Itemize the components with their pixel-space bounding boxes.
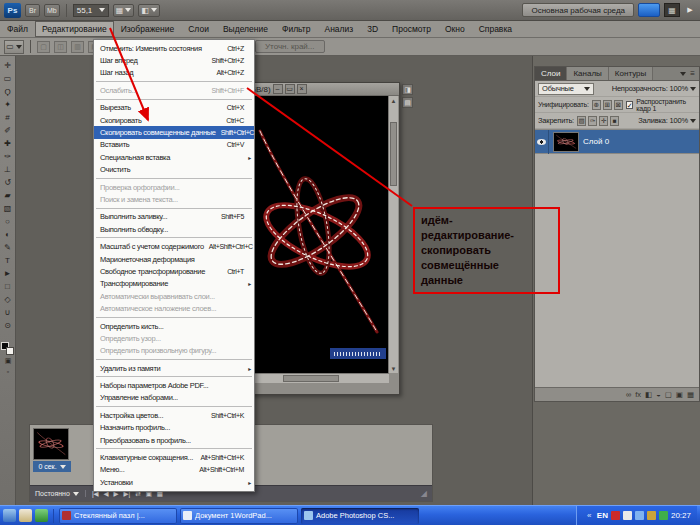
dodge-tool[interactable]: ◐ — [1, 228, 15, 241]
edit-menu-item[interactable]: Шаг вперед Shift+Ctrl+Z — [94, 54, 254, 66]
lock-pixels-icon[interactable]: ✑ — [588, 116, 597, 126]
quick-launch-icon[interactable] — [35, 509, 48, 522]
blend-mode-select[interactable]: Обычные — [538, 83, 594, 95]
edit-menu-item[interactable]: Определить узор... — [94, 332, 254, 344]
panel-tab[interactable]: Слои — [535, 67, 567, 80]
edit-menu-item[interactable]: Ослабить... Shift+Ctrl+F — [94, 84, 254, 96]
chevron-down-icon[interactable] — [690, 87, 696, 91]
edit-menu-item[interactable]: Наборы параметров Adobe PDF... — [94, 379, 254, 391]
quick-mask-button[interactable]: ▣ — [1, 355, 15, 366]
taskbar-task-button[interactable]: Документ 1WordPad... — [180, 508, 298, 524]
panel-grid-icon[interactable]: ▦ — [664, 3, 680, 17]
panel-menu-icon[interactable]: ≡ — [690, 69, 695, 78]
new-layer-icon[interactable]: ▣ — [676, 390, 683, 399]
screen-mode-cycle-button[interactable]: ▫ — [1, 366, 15, 377]
animation-frame[interactable]: 0 сек. — [33, 428, 71, 482]
horizontal-scrollbar[interactable] — [245, 373, 389, 383]
edit-menu-item[interactable]: Определить произвольную фигуру... — [94, 345, 254, 357]
edit-menu-item[interactable]: Выполнить обводку... — [94, 223, 254, 235]
edit-menu-item[interactable]: Скопировать Ctrl+C — [94, 114, 254, 126]
edit-menu-item[interactable] — [96, 448, 252, 449]
layer-mask-icon[interactable]: ◧ — [645, 390, 652, 399]
menubar-item[interactable]: Просмотр — [385, 21, 438, 37]
healing-brush-tool[interactable]: ✚ — [1, 137, 15, 150]
selection-mode-icon[interactable]: ▢ — [37, 41, 50, 53]
edit-menu-item[interactable]: Установки — [94, 476, 254, 488]
layer-thumbnail[interactable] — [553, 132, 579, 152]
blur-tool[interactable]: ○ — [1, 215, 15, 228]
edit-menu-item[interactable]: Настройка цветов... Shift+Ctrl+K — [94, 409, 254, 421]
quick-launch-icon[interactable] — [19, 509, 32, 522]
edit-menu-item[interactable]: Скопировать совмещенные данные Shift+Ctr… — [94, 126, 254, 138]
menubar-item[interactable]: Выделение — [216, 21, 275, 37]
add-selection-icon[interactable]: ◫ — [54, 41, 67, 53]
layer-row-selected[interactable]: Слой 0 — [535, 130, 699, 154]
edit-menu-item[interactable] — [96, 99, 252, 100]
edit-menu-item[interactable]: Автоматически выравнивать слои... — [94, 290, 254, 302]
edit-menu-item[interactable]: Удалить из памяти — [94, 362, 254, 374]
menubar-item[interactable]: 3D — [360, 21, 385, 37]
edit-menu-item[interactable] — [96, 81, 252, 82]
clone-stamp-tool[interactable]: ⊥ — [1, 163, 15, 176]
propagate-frame-checkbox[interactable]: ✓ — [626, 101, 634, 109]
edit-menu-item[interactable]: Преобразовать в профиль... — [94, 434, 254, 446]
edit-menu-item[interactable]: Вырезать Ctrl+X — [94, 102, 254, 114]
menubar-item[interactable]: Файл — [0, 21, 35, 37]
delete-layer-icon[interactable]: ▦ — [687, 390, 694, 399]
edit-menu-item[interactable]: Поиск и замена текста... — [94, 193, 254, 205]
scroll-up-icon[interactable]: ▲ — [389, 96, 398, 105]
tray-icon[interactable] — [611, 511, 620, 520]
edit-menu-item[interactable] — [96, 237, 252, 238]
cs-live-badge[interactable] — [638, 3, 660, 17]
refine-edge-button[interactable]: Уточн. край... — [255, 40, 325, 53]
menubar-item[interactable]: Анализ — [318, 21, 361, 37]
shape-tool[interactable]: □ — [1, 280, 15, 293]
zoom-tool[interactable]: ⊙ — [1, 319, 15, 332]
edit-menu-item[interactable]: Трансформирование — [94, 278, 254, 290]
tray-icon[interactable] — [659, 511, 668, 520]
edit-menu-item[interactable]: Очистить — [94, 164, 254, 176]
close-icon[interactable]: × — [297, 84, 307, 94]
subtract-selection-icon[interactable]: ▥ — [71, 41, 84, 53]
minibridge-button[interactable]: Mb — [44, 4, 60, 17]
tool-preset-button[interactable]: ▭ — [4, 40, 24, 54]
resize-grip-icon[interactable]: ◢ — [421, 489, 427, 498]
edit-menu-item[interactable]: Меню... Alt+Shift+Ctrl+M — [94, 464, 254, 476]
expand-icon[interactable]: ▶ — [684, 3, 696, 17]
marquee-tool[interactable]: ▭ — [1, 72, 15, 85]
visibility-toggle[interactable] — [535, 130, 549, 154]
tray-chevron-icon[interactable]: « — [585, 510, 594, 522]
language-indicator[interactable]: EN — [597, 511, 608, 520]
vertical-scrollbar[interactable]: ▲ ▼ — [388, 96, 398, 373]
lock-position-icon[interactable]: ✛ — [599, 116, 608, 126]
panel-tab[interactable]: Каналы — [567, 67, 608, 80]
edit-menu-item[interactable]: Вставить Ctrl+V — [94, 139, 254, 151]
pen-tool[interactable]: ✎ — [1, 241, 15, 254]
loop-option-select[interactable]: Постоянно — [35, 490, 86, 497]
edit-menu-item[interactable]: Свободное трансформирование Ctrl+T — [94, 265, 254, 277]
taskbar-task-button[interactable]: Стеклянный пазл |... — [59, 508, 177, 524]
collapse-panel-icon[interactable] — [680, 72, 686, 76]
edit-menu-item[interactable] — [96, 178, 252, 179]
lasso-tool[interactable]: Ϙ — [1, 85, 15, 98]
edit-menu-item[interactable]: Автоматическое наложение слоев... — [94, 302, 254, 314]
edit-menu-item[interactable] — [96, 406, 252, 407]
collapsed-panel-icon[interactable]: ▤ — [402, 97, 413, 108]
zoom-level-input[interactable]: 55,1 — [73, 4, 109, 17]
menubar-item[interactable]: Справка — [472, 21, 519, 37]
opacity-value[interactable]: 100% — [670, 84, 688, 93]
unify-position-icon[interactable]: ⊕ — [592, 100, 601, 110]
new-group-icon[interactable]: ▢ — [665, 390, 672, 399]
edit-menu-item[interactable]: Назначить профиль... — [94, 422, 254, 434]
layer-style-icon[interactable]: fx — [635, 390, 641, 399]
screen-mode-button[interactable]: ◧ — [138, 4, 160, 17]
restore-icon[interactable]: ▭ — [285, 84, 295, 94]
canvas[interactable] — [245, 96, 389, 373]
tray-icon[interactable] — [647, 511, 656, 520]
eyedropper-tool[interactable]: ✐ — [1, 124, 15, 137]
menubar-item[interactable]: Окно — [438, 21, 472, 37]
edit-menu-item[interactable] — [96, 359, 252, 360]
document-titlebar[interactable]: (GB/8) – ▭ × — [244, 83, 399, 96]
chevron-down-icon[interactable] — [690, 119, 696, 123]
edit-menu-item[interactable] — [96, 317, 252, 318]
